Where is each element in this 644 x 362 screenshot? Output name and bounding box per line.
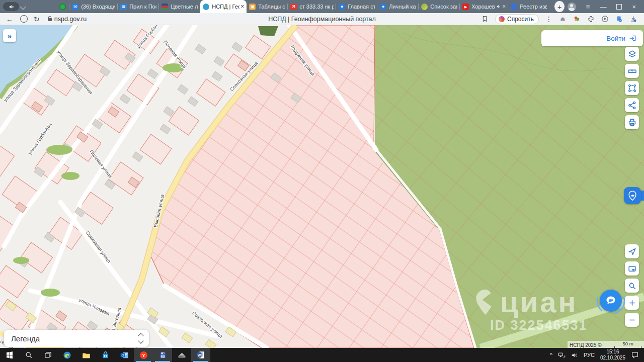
chevron-down-icon[interactable] bbox=[20, 4, 26, 10]
browser-home-button[interactable] bbox=[20, 15, 28, 23]
zoom-out-button[interactable] bbox=[625, 313, 639, 327]
ruler-button[interactable] bbox=[625, 64, 639, 78]
minimap-button[interactable] bbox=[625, 261, 639, 276]
notifications-icon[interactable] bbox=[631, 351, 639, 358]
tab-st333[interactable]: Яст 333.33 нк рф bbox=[288, 0, 336, 13]
volume-icon[interactable] bbox=[571, 352, 578, 358]
close-button[interactable]: × bbox=[632, 4, 636, 10]
media-play-icon[interactable] bbox=[601, 15, 609, 23]
zoom-in-button[interactable] bbox=[625, 296, 639, 310]
tab-close-icon[interactable]: × bbox=[240, 3, 244, 10]
edge-app[interactable] bbox=[57, 348, 76, 362]
language-indicator[interactable]: РУС bbox=[584, 352, 595, 358]
tab-color-lines[interactable]: Цветные лини bbox=[159, 0, 200, 13]
legend-panel[interactable]: Легенда bbox=[4, 330, 149, 347]
share-button[interactable] bbox=[625, 98, 639, 112]
layers-button[interactable] bbox=[625, 47, 639, 61]
yandex-browser-app[interactable]: Y bbox=[134, 348, 153, 362]
network-icon[interactable] bbox=[558, 352, 566, 358]
downloads-icon[interactable] bbox=[629, 15, 637, 23]
map-viewport[interactable]: улица Здравоохраненияулица Здравоохранен… bbox=[0, 25, 644, 348]
address-bar: ← ↻ nspd.gov.ru НСПД | Геоинформационный… bbox=[0, 13, 644, 25]
tab-tables[interactable]: ▣Таблицы слож bbox=[247, 0, 288, 13]
animal-pin-icon bbox=[627, 190, 638, 201]
search-area-icon bbox=[627, 281, 637, 291]
store-app[interactable] bbox=[96, 348, 115, 362]
tab-close-icon[interactable]: × bbox=[502, 3, 506, 10]
documents-check-icon[interactable] bbox=[615, 15, 623, 23]
layers-icon bbox=[627, 49, 637, 59]
share-icon bbox=[627, 101, 637, 110]
ask-button[interactable]: Спросить bbox=[495, 14, 539, 24]
tab-pril-post[interactable]: ≣Прил к Пост П bbox=[118, 0, 159, 13]
map-tools-top bbox=[625, 47, 639, 129]
legend-toggle[interactable] bbox=[139, 334, 143, 343]
tray-expand-button[interactable]: ^ bbox=[550, 352, 552, 358]
minimap-icon bbox=[627, 264, 637, 274]
browser-tab-bar: ✉(36) Входящие≣Прил к Пост ПЦветные лини… bbox=[0, 0, 644, 13]
address-bar-actions: Спросить ⋮ bbox=[481, 14, 644, 24]
start-button[interactable] bbox=[0, 348, 19, 362]
word-app[interactable]: W bbox=[191, 348, 210, 362]
chat-icon bbox=[605, 295, 617, 307]
restore-button[interactable] bbox=[616, 4, 622, 10]
tab-pinned-green[interactable] bbox=[55, 0, 69, 13]
lock-icon bbox=[48, 18, 52, 21]
task-view-button[interactable] bbox=[38, 348, 57, 362]
print-button[interactable] bbox=[625, 115, 639, 129]
profile-avatar[interactable] bbox=[568, 3, 576, 11]
tab-requests[interactable]: Список заявок bbox=[419, 0, 460, 13]
outlook-app[interactable]: O bbox=[115, 348, 134, 362]
svg-text:O: O bbox=[121, 353, 124, 356]
legend-label: Легенда bbox=[11, 334, 40, 343]
tab-registry[interactable]: Реестр извещ bbox=[508, 0, 549, 13]
new-tab-button[interactable]: + bbox=[554, 1, 565, 12]
bookmark-icon[interactable] bbox=[481, 15, 489, 23]
tab-personal[interactable]: ●Личный кабин bbox=[377, 0, 419, 13]
map-attribution: НСПД 2025 © 50 m bbox=[568, 341, 644, 348]
map-tools-bottom bbox=[625, 244, 639, 327]
ruler-icon bbox=[627, 66, 637, 76]
plus-icon bbox=[627, 298, 637, 308]
clock[interactable]: 15:16 02.10.2025 bbox=[600, 349, 625, 361]
expand-panel-button[interactable]: » bbox=[3, 29, 16, 42]
extensions-puzzle-icon[interactable] bbox=[587, 15, 595, 23]
tab-audio-pill[interactable] bbox=[3, 2, 19, 11]
area-select-button[interactable] bbox=[625, 81, 639, 95]
back-button[interactable]: ← bbox=[6, 16, 13, 23]
locate-button[interactable] bbox=[625, 244, 639, 258]
navigate-icon bbox=[627, 247, 637, 256]
more-options-icon[interactable]: ⋮ bbox=[545, 16, 552, 23]
minimize-button[interactable]: — bbox=[600, 4, 606, 10]
refresh-button[interactable]: ↻ bbox=[34, 16, 40, 23]
chevron-down-icon bbox=[138, 338, 143, 343]
scale-bar: 50 m bbox=[614, 341, 642, 348]
tab-video[interactable]: ▶Хорошев× bbox=[460, 0, 508, 13]
url-field[interactable]: nspd.gov.ru bbox=[48, 16, 87, 23]
window-controls: ≡ — × bbox=[568, 3, 644, 11]
mascot-button[interactable] bbox=[624, 187, 641, 204]
taskbar-search[interactable] bbox=[19, 348, 38, 362]
browser-menu-button[interactable]: ≡ bbox=[586, 4, 590, 10]
extension-dino-icon[interactable] bbox=[559, 15, 567, 23]
assistant-icon bbox=[499, 16, 505, 22]
url-text: nspd.gov.ru bbox=[54, 16, 87, 23]
crypto-app[interactable] bbox=[153, 348, 172, 362]
taskbar-apps: OYW bbox=[0, 348, 210, 362]
scanner-app[interactable] bbox=[172, 348, 191, 362]
tab-strip: ✉(36) Входящие≣Прил к Пост ПЦветные лини… bbox=[27, 0, 549, 13]
svg-text:Y: Y bbox=[142, 352, 145, 357]
tab-main-page[interactable]: ●Главная стран bbox=[336, 0, 377, 13]
extension-colored-icon[interactable] bbox=[573, 15, 581, 23]
map-canvas[interactable]: улица Здравоохраненияулица Здравоохранен… bbox=[0, 25, 644, 348]
taskbar: OYW ^ РУС 15:16 02.10.2025 bbox=[0, 348, 644, 362]
search-area-button[interactable] bbox=[625, 279, 639, 293]
login-bar[interactable]: Войти bbox=[541, 30, 643, 46]
tab-mail[interactable]: ✉(36) Входящие bbox=[69, 0, 118, 13]
tab-nspd[interactable]: НСПД | Геои× bbox=[200, 0, 247, 13]
tab-audio-icon[interactable] bbox=[496, 4, 501, 9]
attribution-text: НСПД 2025 © bbox=[570, 342, 602, 348]
explorer-app[interactable] bbox=[76, 348, 96, 362]
chat-button[interactable] bbox=[600, 290, 622, 312]
speaker-icon bbox=[9, 4, 14, 10]
